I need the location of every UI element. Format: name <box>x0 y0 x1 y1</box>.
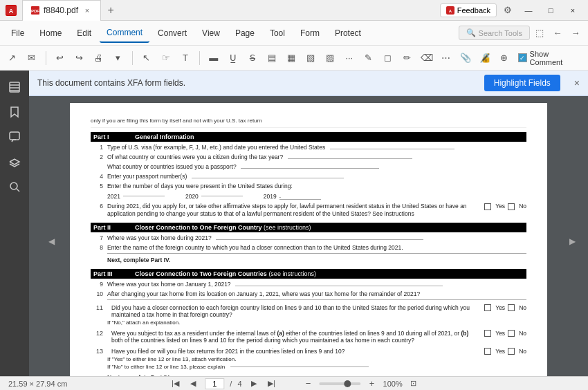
left-collapse-arrow[interactable]: ◀ <box>48 236 55 246</box>
erase-icon[interactable]: ⌫ <box>419 50 435 66</box>
row-13-yes-box[interactable] <box>484 348 491 355</box>
row-6-yes-box[interactable] <box>484 203 491 210</box>
form-row-13: 13 Have you filed or will you file tax r… <box>91 348 526 370</box>
panel-bookmark-icon[interactable] <box>3 101 26 123</box>
panel-comment-icon[interactable] <box>3 126 26 148</box>
print-dropdown-icon[interactable]: ▾ <box>110 50 127 66</box>
page-number-input[interactable] <box>205 378 224 389</box>
select-tool-icon[interactable]: ↗ <box>4 50 21 66</box>
row-6-content: During 2021, did you apply for, or take … <box>107 203 479 218</box>
prev-page-button[interactable]: ◀ <box>187 378 199 389</box>
maximize-button[interactable]: □ <box>541 0 560 21</box>
minimize-button[interactable]: — <box>519 0 538 21</box>
zoom-out-button[interactable]: − <box>303 378 314 389</box>
highlight-fields-button[interactable]: Highlight Fields <box>484 75 560 91</box>
row-12-yes-box[interactable] <box>484 330 491 337</box>
pdf-viewer[interactable]: ◀ ▶ only if you are filing this form by … <box>29 96 588 376</box>
row-10-text: After changing your tax home from its lo… <box>107 290 526 300</box>
row-10-input[interactable] <box>107 299 526 300</box>
part-III-label: Part III <box>93 270 135 277</box>
nav-back-icon[interactable]: ← <box>549 25 566 41</box>
year-2021-input[interactable] <box>123 196 165 196</box>
feedback-button[interactable]: A Feedback <box>440 3 497 17</box>
menu-view[interactable]: View <box>195 24 227 43</box>
underline-icon[interactable]: U̲ <box>225 50 241 66</box>
row-13-if-yes: If "Yes" to either line 12 or line 13, a… <box>107 356 526 362</box>
row-6-num: 6 <box>91 203 103 210</box>
toolbar-separator-1 <box>46 51 46 65</box>
row-1-input[interactable] <box>330 149 454 149</box>
row-7-input[interactable] <box>216 239 423 240</box>
menu-comment[interactable]: Comment <box>100 24 149 43</box>
new-tab-button[interactable]: + <box>101 0 120 21</box>
menu-file[interactable]: File <box>4 24 31 43</box>
stamp-icon[interactable]: ✉ <box>24 50 40 66</box>
pdf-tab[interactable]: PDF f8840.pdf × <box>22 0 101 21</box>
next-page-button[interactable]: ▶ <box>248 378 260 389</box>
zoom-slider[interactable] <box>320 382 361 385</box>
titlebar-left: A PDF f8840.pdf × + <box>6 0 440 21</box>
settings-icon[interactable]: ⚙ <box>499 2 516 19</box>
tab-close-button[interactable]: × <box>82 6 92 15</box>
menu-tool[interactable]: Tool <box>263 24 292 43</box>
row-13-yes-label: Yes <box>495 348 505 355</box>
nav-forward-icon[interactable]: → <box>567 25 584 41</box>
text-select-icon[interactable]: T <box>177 50 194 66</box>
year-2021-field: 2021 <box>107 192 165 200</box>
undo-icon[interactable]: ↩ <box>52 50 68 66</box>
zoom-in-button[interactable]: + <box>367 378 378 389</box>
menu-convert[interactable]: Convert <box>151 24 194 43</box>
redo-icon[interactable]: ↪ <box>71 50 88 66</box>
part-I-title: General Information <box>135 133 524 140</box>
xfa-close-button[interactable]: × <box>574 77 580 89</box>
last-page-button[interactable]: ▶| <box>266 378 278 389</box>
highlight-icon[interactable]: ▬ <box>205 50 222 66</box>
attach-icon[interactable]: 📎 <box>457 50 474 66</box>
panel-layers-icon[interactable] <box>3 151 26 173</box>
search-tools-box[interactable]: 🔍 Search Tools <box>459 26 530 40</box>
strikethrough-icon[interactable]: S̶ <box>244 50 261 66</box>
menu-home[interactable]: Home <box>33 24 68 43</box>
text-replace-icon[interactable]: ▧ <box>302 50 319 66</box>
row-8-input[interactable] <box>107 253 526 254</box>
menu-edit[interactable]: Edit <box>70 24 98 43</box>
callout-icon[interactable]: ▦ <box>283 50 300 66</box>
text-box-icon[interactable]: ▤ <box>264 50 280 66</box>
share-icon[interactable]: ⬚ <box>531 25 548 41</box>
row-11-yes-box[interactable] <box>484 304 491 311</box>
print-icon[interactable]: 🖨 <box>91 50 107 66</box>
passport-country-input[interactable] <box>241 168 379 169</box>
fit-page-button[interactable]: ⊡ <box>408 378 419 389</box>
row-12-no-box[interactable] <box>508 330 515 337</box>
row-9-input[interactable] <box>235 286 443 286</box>
more3-icon[interactable]: ⊕ <box>496 50 513 66</box>
more2-icon[interactable]: ⋯ <box>438 50 454 66</box>
hand-tool-icon[interactable]: ☞ <box>158 50 174 66</box>
menu-form[interactable]: Form <box>293 24 327 43</box>
row-13-explain-input[interactable] <box>230 366 369 367</box>
insert-text-icon[interactable]: ▨ <box>322 50 338 66</box>
row-2-input[interactable] <box>288 158 412 159</box>
show-comment-checkbox[interactable]: ✓ <box>518 53 527 62</box>
close-button[interactable]: × <box>563 0 582 21</box>
sticky-note-icon[interactable]: ✎ <box>360 50 377 66</box>
shapes-icon[interactable]: ◻ <box>380 50 396 66</box>
panel-search-icon[interactable] <box>3 176 26 198</box>
menu-page[interactable]: Page <box>228 24 261 43</box>
row-9-num: 9 <box>91 281 103 288</box>
panel-thumbnail-icon[interactable] <box>3 76 26 98</box>
more-icon[interactable]: ··· <box>341 50 358 66</box>
svg-line-12 <box>17 189 19 192</box>
cursor-icon[interactable]: ↖ <box>138 50 155 66</box>
menu-protect[interactable]: Protect <box>328 24 368 43</box>
right-collapse-arrow[interactable]: ▶ <box>569 236 576 246</box>
year-2019-input[interactable]: . <box>279 192 321 200</box>
row-4-input[interactable] <box>192 178 344 178</box>
row-13-no-box[interactable] <box>508 348 515 355</box>
stamp2-icon[interactable]: 🔏 <box>477 50 493 66</box>
pencil-icon[interactable]: ✏ <box>399 50 416 66</box>
row-6-no-box[interactable] <box>508 203 515 210</box>
year-2020-input[interactable] <box>201 196 243 196</box>
first-page-button[interactable]: |◀ <box>169 378 181 389</box>
row-11-no-box[interactable] <box>508 304 515 311</box>
